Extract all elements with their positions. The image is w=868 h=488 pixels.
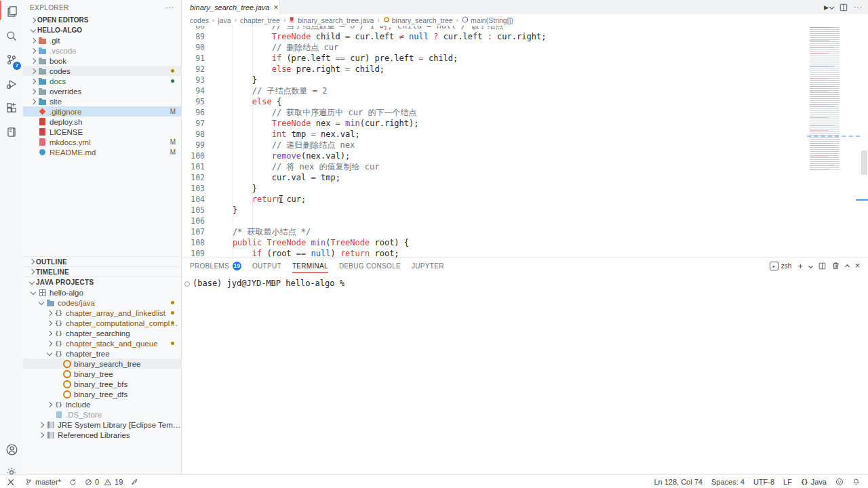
explorer-more-icon[interactable]: ··· <box>165 4 174 12</box>
breadcrumb-item-binary-search-tree[interactable]: binary_search_tree <box>383 16 453 24</box>
tree-item-binary-tree[interactable]: binary_tree <box>23 369 181 379</box>
tree-item-include[interactable]: {}include <box>23 399 181 409</box>
panel-tab-jupyter[interactable]: JUPYTER <box>412 258 444 273</box>
tree-item-overrides[interactable]: overrides <box>23 86 181 96</box>
tree-item-readme-md[interactable]: README.mdM <box>23 147 181 157</box>
breadcrumb-item-main-string-[interactable]: main(String[]) <box>462 16 513 24</box>
breadcrumb-separator-icon: › <box>212 16 214 24</box>
tree-item-referenced-libraries[interactable]: Referenced Libraries <box>23 430 181 440</box>
split-terminal-icon[interactable] <box>818 262 826 270</box>
tree-item-site[interactable]: site <box>23 96 181 106</box>
panel-tab-output[interactable]: OUTPUT <box>252 258 281 273</box>
git-branch-status[interactable]: master* <box>25 478 61 486</box>
tree-item-chapter-searching[interactable]: {}chapter_searching <box>23 328 181 338</box>
code-editor[interactable]: 88 // 当子结点数量 = 0 / 1 时, child = null / 该… <box>182 26 806 258</box>
tab-close-icon[interactable]: × <box>273 3 278 12</box>
cursor-position[interactable]: Ln 128, Col 74 <box>654 478 703 486</box>
line-number: 107 <box>182 226 213 237</box>
java-projects-section[interactable]: JAVA PROJECTS <box>23 277 181 287</box>
folder-icon <box>39 89 46 95</box>
breadcrumb-item-java[interactable]: java <box>218 16 231 24</box>
tree-item-chapter-computational-complexity[interactable]: {}chapter_computational_complexity <box>23 318 181 328</box>
panel-tab-problems[interactable]: PROBLEMS19 <box>190 258 241 273</box>
line-number: 104 <box>182 194 213 205</box>
maximize-panel-icon[interactable] <box>845 264 850 269</box>
tree-item--git[interactable]: .git <box>23 35 181 45</box>
outline-section[interactable]: OUTLINE <box>23 256 181 266</box>
code-line-102: 102 cur.val = tmp; <box>182 172 806 183</box>
tree-item-deploy-sh[interactable]: deploy.sh <box>23 117 181 127</box>
notebook-icon[interactable] <box>0 122 23 142</box>
tree-item-mkdocs-yml[interactable]: mkdocs.ymlM <box>23 137 181 147</box>
scrollbar-thumb[interactable] <box>861 150 867 175</box>
eol-sequence[interactable]: LF <box>783 478 792 486</box>
breadcrumb-item-chapter-tree[interactable]: chapter_tree <box>240 16 280 24</box>
warning-count: 19 <box>115 478 123 486</box>
tree-item--gitignore[interactable]: .gitignoreM <box>23 106 181 117</box>
explorer-icon[interactable] <box>0 1 23 22</box>
feedback-smiley-icon[interactable] <box>835 478 844 486</box>
tree-item-binary-tree-bfs[interactable]: binary_tree_bfs <box>23 379 181 389</box>
terminal-profile[interactable]: ▸ zsh <box>770 262 792 270</box>
encoding[interactable]: UTF-8 <box>753 478 774 486</box>
kill-terminal-icon[interactable] <box>832 262 840 270</box>
tree-item-label: hello-algo <box>50 289 181 297</box>
remote-indicator[interactable] <box>4 479 17 486</box>
tree-item-label: chapter_stack_and_queue <box>66 340 181 348</box>
extensions-icon[interactable] <box>0 98 23 118</box>
chevron-down-icon <box>38 299 43 304</box>
git-change-dot <box>171 69 174 73</box>
split-editor-icon[interactable] <box>840 3 848 12</box>
breadcrumb-item-codes[interactable]: codes <box>190 16 209 24</box>
new-terminal-icon[interactable]: + <box>797 261 803 271</box>
tab-binary-search-tree[interactable]: binary_search_tree.java × <box>182 0 280 14</box>
tree-item-license[interactable]: LICENSE <box>23 127 181 137</box>
tree-item-jre-system-library-eclipse-temurin-17-17-[interactable]: JRE System Library [Eclipse Temurin 17 [… <box>23 420 181 430</box>
tree-item-codes-java[interactable]: codes/java <box>23 298 181 308</box>
panel-tab-debug-console[interactable]: DEBUG CONSOLE <box>339 258 401 273</box>
tree-item-chapter-stack-and-queue[interactable]: {}chapter_stack_and_queue <box>23 338 181 348</box>
source-control-icon[interactable]: 7 <box>0 49 23 70</box>
overview-ruler[interactable] <box>860 0 868 258</box>
line-number: 108 <box>182 237 213 248</box>
indentation[interactable]: Spaces: 4 <box>711 478 745 486</box>
notifications-bell-icon[interactable] <box>852 478 860 486</box>
chevron-right-icon <box>30 88 35 94</box>
timeline-section[interactable]: TIMELINE <box>23 266 181 277</box>
sync-status[interactable] <box>69 479 77 486</box>
open-editors-section[interactable]: OPEN EDITORS <box>23 15 181 25</box>
breadcrumb-label: binary_search_tree.java <box>298 16 374 24</box>
tree-item--ds-store[interactable]: .DS_Store <box>23 409 181 420</box>
tree-item-chapter-array-and-linkedlist[interactable]: {}chapter_array_and_linkedlist <box>23 308 181 318</box>
java-server-mode[interactable] <box>131 479 138 486</box>
language-mode[interactable]: {} Java <box>801 478 827 486</box>
tree-item--vscode[interactable]: .vscode <box>23 45 181 56</box>
folder-icon <box>39 59 46 64</box>
close-panel-icon[interactable]: × <box>855 261 860 270</box>
chevron-right-icon <box>46 330 52 336</box>
tree-item-codes[interactable]: codes <box>23 66 181 76</box>
terminal-dropdown-icon[interactable] <box>808 263 813 268</box>
tree-item-hello-algo[interactable]: hello-algo <box>23 287 181 298</box>
breadcrumb-label: java <box>218 16 231 24</box>
search-icon[interactable] <box>0 26 23 46</box>
minimap[interactable] <box>807 27 860 230</box>
panel-tab-terminal[interactable]: TERMINAL <box>292 258 328 273</box>
run-java-button[interactable]: ▶ <box>824 4 833 11</box>
tree-item-docs[interactable]: docs <box>23 76 181 86</box>
terminal-prompt[interactable]: (base) jyd@JYD-MBP hello-algo % <box>193 279 344 288</box>
braces-icon: {} <box>55 350 62 357</box>
git-change-dot <box>171 301 174 304</box>
account-icon[interactable] <box>0 439 23 460</box>
run-debug-icon[interactable] <box>0 74 23 94</box>
activity-bar: 7 <box>0 0 24 474</box>
code-line-94: 94 // 子结点数量 = 2 <box>182 85 806 96</box>
problems-status[interactable]: 0 19 <box>85 478 123 486</box>
breadcrumb-item-binary-search-tree-java[interactable]: binary_search_tree.java <box>289 16 374 24</box>
tree-item-chapter-tree[interactable]: {}chapter_tree <box>23 348 181 359</box>
java-projects-tree: hello-algocodes/java{}chapter_array_and_… <box>23 287 181 440</box>
tree-item-book[interactable]: book <box>23 56 181 66</box>
project-root-row[interactable]: HELLO-ALGO <box>23 25 181 35</box>
tree-item-binary-tree-dfs[interactable]: binary_tree_dfs <box>23 389 181 399</box>
tree-item-binary-search-tree[interactable]: binary_search_tree <box>23 359 181 369</box>
